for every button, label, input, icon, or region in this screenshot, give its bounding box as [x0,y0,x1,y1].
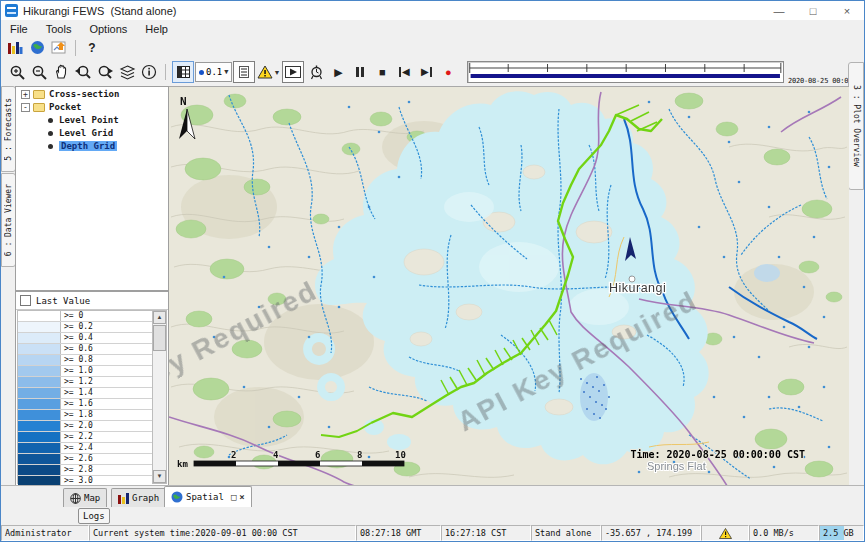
legend-row[interactable]: >= 1.6 [18,399,152,410]
grid-toggle-button[interactable] [172,61,194,83]
legend-label: >= 2.8 [61,465,152,475]
legend-row[interactable]: >= 2.8 [18,465,152,476]
tree-item-depth-grid[interactable]: Depth Grid [16,140,168,152]
minimize-button[interactable]: — [762,1,796,20]
set-time-gauge-icon[interactable] [306,62,326,82]
collapse-icon[interactable]: - [21,103,30,112]
zoom-in-icon[interactable] [7,62,27,82]
toolbar-separator [75,40,76,56]
tree-item-cross-section[interactable]: + Cross-section [16,88,168,100]
tree-item-label-selected: Depth Grid [59,141,117,151]
record-button[interactable]: ● [438,62,458,82]
step-first-button[interactable]: ◀ [394,62,414,82]
menu-tools[interactable]: Tools [37,22,81,36]
timeline-slider[interactable] [467,61,784,83]
status-system-time: Current system time:2020-09-01 00:00 CST [89,525,356,541]
map-canvas[interactable]: API Key Required API Key Required Hikura… [169,87,849,486]
layers-icon[interactable] [117,62,137,82]
menu-help[interactable]: Help [136,22,177,36]
tab-graph[interactable]: Graph [111,488,166,507]
scroll-down-icon[interactable]: ▼ [153,470,166,483]
place-label: Springs Flat [647,460,706,472]
status-transfer-rate: 0.0 MB/s [749,525,819,541]
legend-row[interactable]: >= 2.0 [18,421,152,432]
timeline-progress-bar [471,74,780,78]
spatial-map-view[interactable]: API Key Required API Key Required Hikura… [169,86,849,486]
tree-item-level-grid[interactable]: Level Grid [16,127,168,139]
tree-item-label: Level Grid [59,128,113,138]
map-toolbar: 0.1 ▼ ▼ ▶ ■ ◀ ▶ ● [1,58,864,87]
zoom-out-icon[interactable] [29,62,49,82]
scroll-up-icon[interactable]: ▲ [153,311,166,324]
legend-panel: Last Value >= 0 >= 0.2 >= 0.4 >= 0.6 >= … [15,291,169,486]
legend-button[interactable] [233,61,255,83]
expand-icon[interactable]: + [21,90,30,99]
tab-forecasts[interactable]: 5 : Forecasts [1,86,16,172]
warning-threshold-dropdown[interactable]: ▼ [257,62,280,82]
menu-file[interactable]: File [1,22,37,36]
tab-close-icon[interactable]: × [239,493,244,502]
tab-plot-overview[interactable]: 3 : Plot Overview [848,62,864,190]
play-button[interactable]: ▶ [328,62,348,82]
last-value-label: Last Value [36,296,90,306]
tab-data-viewer[interactable]: 6 : Data Viewer [1,173,16,267]
legend-row[interactable]: >= 1.4 [18,388,152,399]
tree-item-level-point[interactable]: Level Point [16,114,168,126]
legend-row[interactable]: >= 0.4 [18,333,152,344]
close-button[interactable]: × [830,1,864,20]
logs-button[interactable]: Logs [78,508,110,524]
legend-swatch [18,355,61,365]
legend-row[interactable]: >= 2.6 [18,454,152,465]
legend-row[interactable]: >= 1.0 [18,366,152,377]
legend-label: >= 0.2 [61,322,152,332]
window-title: Hikurangi FEWS (Stand alone) [23,5,176,17]
last-value-checkbox[interactable] [20,295,31,306]
legend-row[interactable]: >= 0.8 [18,355,152,366]
legend-swatch [18,399,61,409]
tab-spatial[interactable]: Spatial □ × [164,486,252,507]
folder-icon [33,103,45,112]
scroll-thumb[interactable] [153,325,166,351]
zoom-next-icon[interactable] [95,62,115,82]
legend-row[interactable]: >= 2.2 [18,432,152,443]
info-icon[interactable] [139,62,159,82]
folder-icon [33,90,45,99]
class-break-select[interactable]: 0.1 ▼ [195,62,232,82]
legend-scrollbar[interactable]: ▲ ▼ [152,310,167,484]
tree-item-pocket[interactable]: - Pocket [16,101,168,113]
left-tab-strip: 5 : Forecasts 6 : Data Viewer [1,86,15,486]
stop-button[interactable]: ■ [372,62,392,82]
legend-swatch [18,311,61,321]
legend-swatch [18,410,61,420]
legend-row[interactable]: >= 0.2 [18,322,152,333]
legend-label: >= 2.0 [61,421,152,431]
legend-row[interactable]: >= 1.2 [18,377,152,388]
grid-display-globe-icon[interactable] [27,38,47,58]
legend-row[interactable]: >= 2.4 [18,443,152,454]
tab-map[interactable]: Map [63,488,107,507]
timeseries-display-icon[interactable] [5,38,25,58]
status-warning-cell[interactable] [701,525,749,541]
filter-tree: + Cross-section - Pocket Level Point Lev… [15,86,169,291]
pan-hand-icon[interactable] [51,62,71,82]
legend-swatch [18,454,61,464]
data-viewer-panel: + Cross-section - Pocket Level Point Lev… [15,86,170,486]
legend-row[interactable]: >= 0.6 [18,344,152,355]
chevron-down-icon: ▼ [273,69,280,76]
step-last-button[interactable]: ▶ [416,62,436,82]
spatial-display-icon[interactable] [49,38,69,58]
legend-label: >= 1.8 [61,410,152,420]
svg-text:N: N [180,95,187,108]
animation-movie-button[interactable] [282,61,304,83]
zoom-previous-icon[interactable] [73,62,93,82]
menu-options[interactable]: Options [80,22,136,36]
town-label: Hikurangi [609,281,666,295]
tab-maximize-icon[interactable]: □ [231,493,236,502]
pause-button[interactable] [350,62,370,82]
status-coordinates: -35.657 , 174.199 [601,525,701,541]
help-button[interactable]: ? [82,38,102,58]
maximize-button[interactable]: □ [796,1,830,20]
legend-row[interactable]: >= 0 [18,311,152,322]
legend-row[interactable]: >= 1.8 [18,410,152,421]
legend-label: >= 1.4 [61,388,152,398]
